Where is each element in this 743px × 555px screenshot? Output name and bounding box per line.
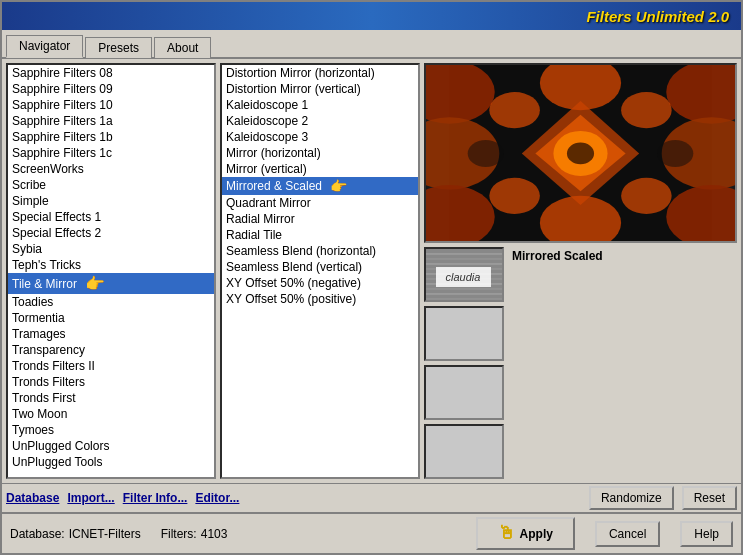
- thumbnail-preview: claudia: [424, 247, 504, 302]
- category-item[interactable]: Tronds First: [8, 390, 214, 406]
- filter-item[interactable]: Distortion Mirror (horizontal): [222, 65, 418, 81]
- category-item[interactable]: UnPlugged Tools: [8, 454, 214, 470]
- tab-presets[interactable]: Presets: [85, 37, 152, 58]
- filter-item[interactable]: Mirror (horizontal): [222, 145, 418, 161]
- title-text: Filters Unlimited 2.0: [586, 8, 729, 25]
- svg-text:claudia: claudia: [446, 271, 481, 283]
- apply-button[interactable]: 🖱 Apply: [476, 517, 575, 550]
- category-item[interactable]: Sapphire Filters 09: [8, 81, 214, 97]
- filter-item[interactable]: Kaleidoscope 2: [222, 113, 418, 129]
- database-link[interactable]: Database: [6, 491, 59, 505]
- middle-panel: Distortion Mirror (horizontal)Distortion…: [220, 63, 420, 479]
- thumb-row: claudia Mirrored Scaled: [424, 247, 737, 302]
- filters-status-label: Filters:: [161, 527, 197, 541]
- filter-list[interactable]: Distortion Mirror (horizontal)Distortion…: [220, 63, 420, 479]
- filter-item[interactable]: Quadrant Mirror: [222, 195, 418, 211]
- category-item[interactable]: Tile & Mirror👉: [8, 273, 214, 294]
- category-item[interactable]: Sapphire Filters 08: [8, 65, 214, 81]
- filter-item[interactable]: Kaleidoscope 3: [222, 129, 418, 145]
- filters-status-value: 4103: [201, 527, 228, 541]
- svg-point-19: [657, 140, 693, 167]
- tab-bar: Navigator Presets About: [2, 30, 741, 59]
- filter-item[interactable]: Mirror (vertical): [222, 161, 418, 177]
- apply-label: Apply: [520, 527, 553, 541]
- selected-arrow-icon: 👉: [330, 178, 347, 194]
- title-bar: Filters Unlimited 2.0: [2, 2, 741, 30]
- thumb-3: [424, 365, 504, 420]
- category-item[interactable]: Sapphire Filters 1b: [8, 129, 214, 145]
- thumb-row-3: [424, 365, 737, 420]
- cancel-button[interactable]: Cancel: [595, 521, 660, 547]
- database-status: Database: ICNET-Filters: [10, 527, 141, 541]
- filters-status: Filters: 4103: [161, 527, 228, 541]
- filter-item[interactable]: XY Offset 50% (negative): [222, 275, 418, 291]
- category-item[interactable]: Tronds Filters II: [8, 358, 214, 374]
- category-item[interactable]: Tormentia: [8, 310, 214, 326]
- category-item[interactable]: ScreenWorks: [8, 161, 214, 177]
- thumb-row-2: [424, 306, 737, 361]
- filter-item[interactable]: Seamless Blend (vertical): [222, 259, 418, 275]
- category-item[interactable]: Tronds Filters: [8, 374, 214, 390]
- filter-name-label: Mirrored Scaled: [508, 247, 737, 265]
- category-item[interactable]: Special Effects 2: [8, 225, 214, 241]
- extra-thumbs: [424, 306, 737, 479]
- tab-navigator[interactable]: Navigator: [6, 35, 83, 58]
- left-panel: Sapphire Filters 08Sapphire Filters 09Sa…: [6, 63, 216, 479]
- category-item[interactable]: Tramages: [8, 326, 214, 342]
- category-item[interactable]: Special Effects 1: [8, 209, 214, 225]
- svg-point-17: [567, 143, 594, 165]
- right-panel: claudia Mirrored Scaled: [424, 63, 737, 479]
- filter-item[interactable]: Distortion Mirror (vertical): [222, 81, 418, 97]
- filter-info-link[interactable]: Filter Info...: [123, 491, 188, 505]
- filter-item[interactable]: Kaleidoscope 1: [222, 97, 418, 113]
- svg-point-16: [621, 178, 672, 214]
- help-button[interactable]: Help: [680, 521, 733, 547]
- tab-about[interactable]: About: [154, 37, 211, 58]
- category-list[interactable]: Sapphire Filters 08Sapphire Filters 09Sa…: [6, 63, 216, 479]
- category-item[interactable]: Transparency: [8, 342, 214, 358]
- filter-item[interactable]: Mirrored & Scaled👉: [222, 177, 418, 195]
- svg-point-13: [489, 92, 540, 128]
- svg-point-18: [468, 140, 504, 167]
- main-preview: [424, 63, 737, 243]
- arrow-icon: 👉: [85, 274, 105, 293]
- main-window: Filters Unlimited 2.0 Navigator Presets …: [0, 0, 743, 555]
- randomize-button[interactable]: Randomize: [589, 486, 674, 510]
- filter-item[interactable]: XY Offset 50% (positive): [222, 291, 418, 307]
- filter-item[interactable]: Seamless Blend (horizontal): [222, 243, 418, 259]
- database-status-value: ICNET-Filters: [69, 527, 141, 541]
- editor-link[interactable]: Editor...: [195, 491, 239, 505]
- svg-point-14: [621, 92, 672, 128]
- reset-button[interactable]: Reset: [682, 486, 737, 510]
- filter-item[interactable]: Radial Tile: [222, 227, 418, 243]
- category-item[interactable]: Tymoes: [8, 422, 214, 438]
- filter-item[interactable]: Radial Mirror: [222, 211, 418, 227]
- category-item[interactable]: Scribe: [8, 177, 214, 193]
- import-link[interactable]: Import...: [67, 491, 114, 505]
- category-item[interactable]: UnPlugged Colors: [8, 438, 214, 454]
- svg-point-15: [489, 178, 540, 214]
- status-bar: Database: ICNET-Filters Filters: 4103 🖱 …: [2, 512, 741, 553]
- category-item[interactable]: Teph's Tricks: [8, 257, 214, 273]
- thumb-4: [424, 424, 504, 479]
- thumb-row-4: [424, 424, 737, 479]
- main-content: Sapphire Filters 08Sapphire Filters 09Sa…: [2, 59, 741, 483]
- category-item[interactable]: Simple: [8, 193, 214, 209]
- category-item[interactable]: Sapphire Filters 1a: [8, 113, 214, 129]
- action-bar: Database Import... Filter Info... Editor…: [2, 483, 741, 512]
- thumb-2: [424, 306, 504, 361]
- category-item[interactable]: Sybia: [8, 241, 214, 257]
- category-item[interactable]: Two Moon: [8, 406, 214, 422]
- database-status-label: Database:: [10, 527, 65, 541]
- category-item[interactable]: Toadies: [8, 294, 214, 310]
- category-item[interactable]: Sapphire Filters 10: [8, 97, 214, 113]
- category-item[interactable]: Sapphire Filters 1c: [8, 145, 214, 161]
